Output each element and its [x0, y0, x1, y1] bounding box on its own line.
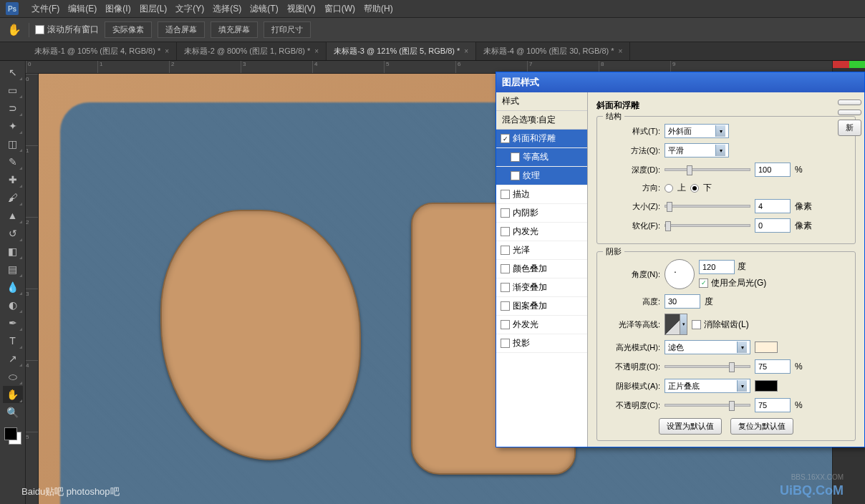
close-icon[interactable]: × [619, 47, 623, 55]
direction-down-radio[interactable] [690, 184, 699, 193]
crop-tool[interactable]: ◫ [3, 135, 23, 152]
marquee-tool[interactable]: ▭ [3, 82, 23, 99]
altitude-input[interactable] [665, 294, 700, 309]
fit-screen-button[interactable]: 适合屏幕 [158, 21, 205, 38]
checkbox-icon[interactable] [501, 339, 510, 348]
angle-wheel[interactable] [665, 259, 695, 289]
shadow-opacity-slider[interactable] [665, 404, 750, 407]
shadow-opacity-input[interactable] [755, 398, 791, 412]
print-size-button[interactable]: 打印尺寸 [264, 21, 311, 38]
menu-select[interactable]: 选择(S) [208, 3, 246, 15]
size-slider[interactable] [665, 205, 750, 208]
style-outer-glow[interactable]: 外发光 [496, 316, 587, 334]
method-select[interactable]: 平滑▾ [665, 143, 729, 158]
checkbox-icon[interactable] [501, 134, 510, 143]
shadow-mode-select[interactable]: 正片叠底▾ [665, 379, 750, 393]
style-inner-glow[interactable]: 内发光 [496, 223, 587, 241]
direction-up-radio[interactable] [665, 184, 673, 193]
lasso-tool[interactable]: ⊃ [3, 100, 23, 117]
color-swatch[interactable] [3, 426, 23, 446]
menu-filter[interactable]: 滤镜(T) [246, 3, 282, 15]
blend-options-item[interactable]: 混合选项:自定 [496, 111, 587, 130]
checkbox-icon[interactable] [501, 264, 510, 273]
dodge-tool[interactable]: ◐ [3, 296, 23, 314]
checkbox-icon[interactable] [511, 152, 520, 162]
move-tool[interactable]: ↖ [3, 64, 23, 81]
depth-input[interactable] [755, 163, 791, 177]
style-gradient-overlay[interactable]: 渐变叠加 [496, 278, 587, 297]
doc-tab-4[interactable]: 未标题-4 @ 100% (图层 30, RGB/8) *× [476, 42, 630, 60]
soften-input[interactable] [755, 218, 791, 233]
reset-default-button[interactable]: 复位为默认值 [730, 418, 793, 435]
new-style-button[interactable]: 新 [838, 120, 861, 136]
gloss-contour-picker[interactable]: ▾ [665, 314, 687, 335]
menu-file[interactable]: 文件(F) [27, 3, 64, 15]
style-texture[interactable]: 纹理 [496, 167, 587, 185]
actual-pixels-button[interactable]: 实际像素 [105, 21, 152, 38]
checkbox-icon[interactable] [511, 171, 520, 180]
checkbox-icon[interactable] [501, 246, 510, 255]
highlight-opacity-input[interactable] [755, 359, 791, 374]
dialog-title[interactable]: 图层样式 [496, 72, 864, 92]
cancel-button[interactable] [838, 110, 861, 115]
path-tool[interactable]: ↗ [3, 350, 23, 367]
style-drop-shadow[interactable]: 投影 [496, 334, 587, 353]
history-brush-tool[interactable]: ↺ [3, 225, 23, 242]
scroll-all-windows-checkbox[interactable]: 滚动所有窗口 [35, 24, 99, 36]
doc-tab-1[interactable]: 未标题-1 @ 105% (图层 4, RGB/8) *× [27, 42, 177, 60]
close-icon[interactable]: × [165, 47, 169, 55]
style-color-overlay[interactable]: 颜色叠加 [496, 260, 587, 278]
style-pattern-overlay[interactable]: 图案叠加 [496, 297, 587, 316]
depth-slider[interactable] [665, 168, 750, 171]
shape-tool[interactable]: ⬭ [3, 368, 23, 385]
hand-tool[interactable]: ✋ [3, 386, 23, 403]
shadow-color-swatch[interactable] [755, 380, 778, 392]
menu-view[interactable]: 视图(V) [283, 3, 320, 15]
style-select[interactable]: 外斜面▾ [665, 124, 729, 138]
gradient-tool[interactable]: ▤ [3, 261, 23, 278]
highlight-opacity-slider[interactable] [665, 365, 750, 368]
menu-window[interactable]: 窗口(W) [320, 3, 359, 15]
menu-layer[interactable]: 图层(L) [135, 3, 172, 15]
highlight-color-swatch[interactable] [755, 341, 778, 353]
checkbox-icon[interactable] [501, 227, 510, 236]
pen-tool[interactable]: ✒ [3, 314, 23, 331]
wand-tool[interactable]: ✦ [3, 117, 23, 135]
style-satin[interactable]: 光泽 [496, 241, 587, 260]
type-tool[interactable]: T [3, 332, 23, 349]
stamp-tool[interactable]: ▲ [3, 207, 23, 224]
menu-type[interactable]: 文字(Y) [171, 3, 208, 15]
style-stroke[interactable]: 描边 [496, 185, 587, 204]
zoom-tool[interactable]: 🔍 [3, 404, 23, 421]
close-icon[interactable]: × [464, 47, 468, 55]
close-icon[interactable]: × [314, 47, 319, 55]
eraser-tool[interactable]: ◧ [3, 243, 23, 260]
foreground-color[interactable] [4, 427, 17, 440]
doc-tab-3[interactable]: 未标题-3 @ 121% (图层 5, RGB/8) *× [327, 42, 476, 60]
ok-button[interactable] [838, 100, 861, 105]
angle-input[interactable] [699, 260, 735, 274]
soften-slider[interactable] [665, 224, 750, 227]
size-input[interactable] [755, 199, 791, 213]
menu-help[interactable]: 帮助(H) [359, 3, 397, 15]
style-inner-shadow[interactable]: 内阴影 [496, 204, 587, 223]
checkbox-icon[interactable] [501, 190, 510, 199]
highlight-mode-select[interactable]: 滤色▾ [665, 340, 750, 354]
menu-image[interactable]: 图像(I) [101, 3, 135, 15]
checkbox-icon[interactable] [501, 208, 510, 218]
doc-tab-2[interactable]: 未标题-2 @ 800% (图层 1, RGB/8) *× [177, 42, 327, 60]
blur-tool[interactable]: 💧 [3, 278, 23, 296]
menu-edit[interactable]: 编辑(E) [64, 3, 101, 15]
global-light-checkbox[interactable]: 使用全局光(G) [699, 277, 766, 289]
fill-screen-button[interactable]: 填充屏幕 [211, 21, 258, 38]
styles-header[interactable]: 样式 [496, 92, 587, 111]
eyedropper-tool[interactable]: ✎ [3, 153, 23, 170]
set-default-button[interactable]: 设置为默认值 [659, 418, 722, 435]
antialias-checkbox[interactable]: 消除锯齿(L) [692, 319, 749, 331]
checkbox-icon[interactable] [501, 301, 510, 311]
style-contour[interactable]: 等高线 [496, 148, 587, 167]
checkbox-icon[interactable] [501, 283, 510, 292]
style-bevel-emboss[interactable]: 斜面和浮雕 [496, 130, 587, 148]
checkbox-icon[interactable] [501, 320, 510, 329]
brush-tool[interactable]: 🖌 [3, 189, 23, 206]
